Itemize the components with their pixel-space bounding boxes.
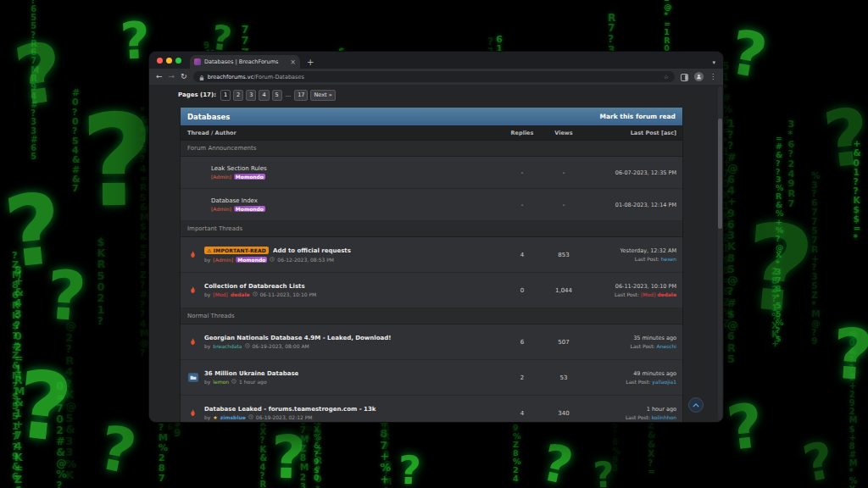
forward-button[interactable]: →: [169, 73, 175, 80]
announcement-row: Leak Section Rules [Admin] Momondo - - 0…: [181, 157, 682, 189]
scrollbar-thumb[interactable]: [718, 119, 722, 229]
profile-avatar[interactable]: [694, 72, 704, 81]
matrix-question-mark: ?: [593, 457, 615, 488]
tab-search-chevron-icon[interactable]: ▾: [712, 59, 715, 66]
page-button-3[interactable]: 3: [246, 90, 256, 101]
last-post-user-link[interactable]: hexen: [661, 256, 676, 262]
browser-tab[interactable]: Databases | BreachForums ×: [190, 55, 300, 69]
thread-title-link[interactable]: 36 Million Ukraine Database: [204, 370, 298, 377]
close-window-button[interactable]: [157, 58, 163, 64]
matrix-question-mark: ?: [12, 358, 75, 456]
author-rank-prefix: [Mod]: [213, 291, 227, 297]
section-forum-announcements: Forum Announcements: [181, 141, 682, 157]
last-post-cell: Yesterday, 12:32 AM Last Post: hexen: [584, 247, 682, 263]
views-count: 53: [543, 374, 584, 381]
last-post-time: 01-08-2023, 12:14 PM: [584, 202, 682, 208]
address-bar[interactable]: breachforums.vc/Forum-Databases ☆: [193, 71, 675, 82]
column-last-post[interactable]: Last Post [asc]: [584, 130, 682, 136]
by-label: by: [204, 379, 210, 385]
forum-table: Databases Mark this forum read Thread / …: [180, 108, 683, 422]
by-label: by: [204, 291, 210, 297]
matrix-question-mark: ?: [398, 451, 422, 488]
thread-title-link[interactable]: Collection of Databreach Lists: [204, 283, 305, 290]
post-date: 06-12-2023, 08:53 PM: [277, 257, 334, 263]
last-post-label: Last Post:: [626, 379, 650, 385]
views-count: -: [543, 202, 584, 208]
page-button-4[interactable]: 4: [259, 90, 269, 101]
page-button-5[interactable]: 5: [272, 90, 282, 101]
next-page-button[interactable]: Next »: [310, 90, 335, 101]
author-rank-prefix: [Admin]: [211, 206, 231, 212]
tab-favicon-icon: [194, 58, 201, 65]
last-post-user-link[interactable]: yallaojia1: [652, 379, 676, 385]
page-button-2[interactable]: 2: [233, 90, 243, 101]
last-post-user-link[interactable]: dedale: [657, 291, 676, 297]
replies-count: 6: [501, 339, 543, 346]
pagination-ellipsis: …: [286, 92, 292, 98]
bookmark-star-icon[interactable]: ☆: [664, 74, 669, 80]
zoom-window-button[interactable]: [175, 58, 181, 64]
minimize-window-button[interactable]: [166, 58, 172, 64]
thread-row: Collection of Databreach Lists by [Mod] …: [181, 273, 682, 308]
reload-button[interactable]: ↻: [181, 73, 187, 80]
last-post-label: Last Post:: [626, 414, 650, 420]
important-read-badge: ⚠ IMPORTANT-READ: [204, 247, 269, 254]
last-post-user-link[interactable]: Aneschi: [657, 343, 677, 349]
author-link[interactable]: lemon: [213, 379, 229, 385]
thread-title-link[interactable]: Leak Section Rules: [211, 165, 267, 172]
thread-row: 36 Million Ukraine Database by lemon 1 h…: [181, 360, 682, 396]
last-post-time: 1 hour ago: [584, 406, 676, 413]
back-button[interactable]: ←: [156, 73, 163, 80]
thread-title-link[interactable]: Database Index: [211, 197, 258, 204]
last-post-cell: 06-11-2023, 10:10 PM Last Post: [Mod] de…: [584, 283, 682, 298]
thread-title-link[interactable]: Add to official requests: [273, 247, 351, 254]
forum-header-bar: Databases Mark this forum read: [181, 108, 682, 125]
browser-toolbar: ← → ↻ breachforums.vc/Forum-Databases ☆ …: [149, 69, 723, 85]
tab-close-icon[interactable]: ×: [290, 58, 296, 66]
matrix-question-mark: ?: [10, 31, 68, 119]
thread-title-link[interactable]: Database Leaked - forums.teamestrogen.co…: [204, 406, 376, 413]
matrix-question-mark: ?: [739, 208, 818, 332]
author-link[interactable]: breachdata: [213, 343, 242, 349]
scroll-to-top-button[interactable]: [688, 397, 704, 413]
replies-count: 0: [501, 287, 543, 294]
clock-icon: [270, 257, 275, 263]
matrix-question-mark: ?: [45, 262, 88, 332]
sidepanel-icon[interactable]: [681, 69, 688, 85]
post-date: 06-19-2023, 08:00 AM: [253, 343, 309, 349]
thread-title-link[interactable]: Georgian Nationals Database 4.9M - Leake…: [204, 335, 391, 341]
hot-flame-icon: [187, 408, 198, 418]
replies-count: 4: [501, 410, 543, 417]
post-date: 1 hour ago: [239, 379, 267, 385]
page-button-17[interactable]: 17: [294, 90, 308, 101]
browser-menu-icon[interactable]: ⋮: [709, 74, 716, 80]
last-post-time: 35 minutes ago: [584, 335, 676, 341]
last-post-user-link[interactable]: kolinhhon: [652, 414, 676, 420]
page-scrollbar[interactable]: [718, 86, 722, 420]
author-link[interactable]: Momondo: [236, 257, 267, 263]
column-replies[interactable]: Replies: [501, 130, 543, 136]
section-important-threads: Important Threads: [181, 221, 682, 237]
views-count: 853: [543, 252, 584, 258]
replies-count: 2: [501, 374, 543, 381]
matrix-question-mark: ?: [209, 20, 233, 57]
matrix-glyph-column: $ K R 5 0 2 1 ?: [97, 236, 105, 327]
matrix-question-mark: ?: [799, 434, 838, 488]
views-count: 1,044: [543, 287, 584, 294]
column-thread-author[interactable]: Thread / Author: [181, 130, 501, 136]
author-link[interactable]: Momondo: [234, 206, 265, 212]
last-post-label: Last Post:: [615, 291, 639, 297]
new-tab-button[interactable]: +: [307, 58, 314, 67]
mark-forum-read-link[interactable]: Mark this forum read: [600, 113, 676, 120]
column-views[interactable]: Views: [543, 130, 584, 136]
browser-window: Databases | BreachForums × + ▾ ← → ↻ bre…: [149, 52, 723, 422]
clock-icon: [231, 379, 236, 385]
thread-author-line: by breachdata 06-19-2023, 08:00 AM: [204, 343, 391, 349]
page-button-1[interactable]: 1: [220, 90, 231, 101]
column-header-row: Thread / Author Replies Views Last Post …: [181, 125, 682, 141]
author-link[interactable]: Momondo: [234, 174, 265, 180]
author-link[interactable]: dedale: [231, 291, 250, 297]
author-link[interactable]: zimsblue: [220, 414, 246, 420]
post-date: 06-19-2023, 02:12 PM: [256, 414, 313, 420]
chevron-up-icon: [693, 403, 699, 408]
